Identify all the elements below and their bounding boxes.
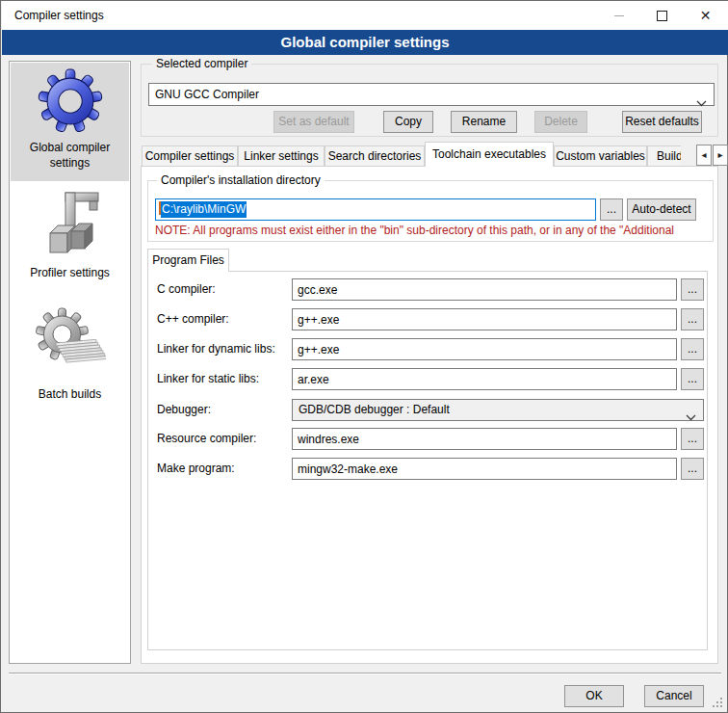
cancel-button[interactable]: Cancel xyxy=(644,685,704,707)
sidebar-item-label: Batch builds xyxy=(11,386,129,402)
close-icon: ✕ xyxy=(700,8,712,23)
resource-compiler-input[interactable] xyxy=(292,428,677,450)
sidebar-item-label: Profiler settings xyxy=(11,265,129,280)
reset-defaults-button[interactable]: Reset defaults xyxy=(622,111,702,133)
c-compiler-browse-button[interactable]: ... xyxy=(681,278,704,301)
debugger-label: Debugger: xyxy=(157,399,211,421)
installation-directory-browse-button[interactable]: ... xyxy=(600,198,623,221)
set-as-default-button: Set as default xyxy=(273,111,354,133)
minimize-icon xyxy=(614,15,624,16)
tab-compiler-settings[interactable]: Compiler settings xyxy=(142,145,238,167)
linker-dynamic-browse-button[interactable]: ... xyxy=(681,338,704,360)
make-program-browse-button[interactable]: ... xyxy=(681,458,704,480)
debugger-select-value: GDB/CDB debugger : Default xyxy=(299,403,450,416)
resource-compiler-browse-button[interactable]: ... xyxy=(681,428,704,450)
cpp-compiler-input[interactable] xyxy=(292,308,677,330)
installation-note: NOTE: All programs must exist either in … xyxy=(155,224,712,237)
caliper-icon xyxy=(37,189,104,258)
selected-compiler-group-label: Selected compiler xyxy=(152,58,251,69)
cpp-compiler-browse-button[interactable]: ... xyxy=(681,308,704,330)
cpp-compiler-label: C++ compiler: xyxy=(157,308,229,330)
gear-gray-icon xyxy=(35,306,106,378)
maximize-button[interactable] xyxy=(640,1,684,30)
tab-scroll-left-icon: ◂ xyxy=(701,149,706,160)
compiler-select-value: GNU GCC Compiler xyxy=(155,88,259,101)
linker-static-browse-button[interactable]: ... xyxy=(681,368,704,390)
linker-dynamic-input[interactable] xyxy=(292,338,677,360)
c-compiler-label: C compiler: xyxy=(157,278,216,301)
make-program-label: Make program: xyxy=(157,458,235,480)
sidebar-item-profiler-settings[interactable]: Profiler settings xyxy=(11,181,129,304)
main-tab-strip: Compiler settings Linker settings Search… xyxy=(142,142,681,167)
settings-sidebar: Global compiler settings xyxy=(9,61,131,664)
resize-grip[interactable] xyxy=(713,698,723,708)
copy-button[interactable]: Copy xyxy=(383,111,433,133)
tab-custom-variables[interactable]: Custom variables xyxy=(554,145,647,167)
sidebar-item-batch-builds[interactable]: Batch builds xyxy=(11,304,129,459)
linker-static-input[interactable] xyxy=(292,368,677,390)
window-title: Compiler settings xyxy=(14,1,104,30)
tab-program-files[interactable]: Program Files xyxy=(147,249,229,272)
compiler-settings-dialog: Compiler settings ✕ Global compiler sett… xyxy=(0,0,728,713)
ok-button[interactable]: OK xyxy=(564,685,624,707)
debugger-select[interactable]: GDB/CDB debugger : Default xyxy=(292,399,704,421)
minimize-button[interactable] xyxy=(597,1,640,30)
tab-toolchain-executables[interactable]: Toolchain executables xyxy=(425,142,554,167)
close-button[interactable]: ✕ xyxy=(684,1,727,30)
tab-linker-settings[interactable]: Linker settings xyxy=(238,145,325,167)
linker-dynamic-label: Linker for dynamic libs: xyxy=(157,338,275,360)
tab-scroll-right-button[interactable]: ▸ xyxy=(713,145,728,166)
c-compiler-input[interactable] xyxy=(292,278,677,301)
resource-compiler-label: Resource compiler: xyxy=(157,428,256,450)
linker-static-label: Linker for static libs: xyxy=(157,368,259,390)
installation-directory-value: C:\raylib\MinGW xyxy=(161,201,247,218)
compiler-select[interactable]: GNU GCC Compiler xyxy=(148,83,715,106)
installation-directory-input[interactable]: C:\raylib\MinGW xyxy=(155,198,596,221)
rename-button[interactable]: Rename xyxy=(451,111,517,133)
maximize-icon xyxy=(657,11,667,21)
tab-build-options[interactable]: Build xyxy=(647,145,681,167)
sidebar-item-global-compiler-settings[interactable]: Global compiler settings xyxy=(11,63,129,181)
tab-search-directories[interactable]: Search directories xyxy=(325,145,425,167)
tab-scroll-left-button[interactable]: ◂ xyxy=(696,145,712,166)
titlebar: Compiler settings ✕ xyxy=(2,1,728,30)
footer-separator xyxy=(9,673,721,674)
sidebar-item-label: Global compiler settings xyxy=(11,140,129,171)
page-title: Global compiler settings xyxy=(2,30,728,55)
tab-scroll-right-icon: ▸ xyxy=(717,149,722,160)
delete-button: Delete xyxy=(534,111,587,133)
gear-blue-icon xyxy=(38,68,103,134)
auto-detect-button[interactable]: Auto-detect xyxy=(627,198,696,221)
chevron-down-icon xyxy=(686,408,696,428)
make-program-input[interactable] xyxy=(292,458,677,480)
installation-directory-group-label: Compiler's installation directory xyxy=(157,174,325,186)
